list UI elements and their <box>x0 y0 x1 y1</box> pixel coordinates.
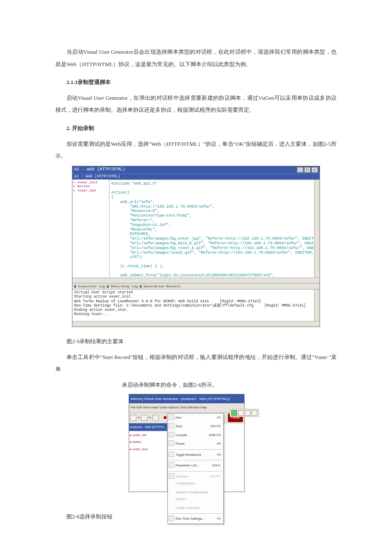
menu-separator <box>169 460 222 460</box>
menu-run[interactable]: RunF5 <box>168 414 223 422</box>
log-scrollbar-h[interactable] <box>72 321 320 327</box>
compile-icon <box>169 432 174 437</box>
tree-header: noname1 - Web (HTTP/H <box>129 423 167 431</box>
menu-parameter-list[interactable]: Parameter List...Ctrl+L <box>168 461 223 470</box>
paragraph-1: 当启动Visual User Generator后会出现选择脚本类型的对话框，在… <box>55 46 337 70</box>
tree-vuser-init[interactable]: vuser_init <box>130 432 166 439</box>
toolbar-icon[interactable] <box>238 410 244 416</box>
toolbar-icon[interactable] <box>141 415 147 421</box>
tree-item-vuser-end[interactable]: vuser_end <box>73 188 108 193</box>
code-editor[interactable]: #include "web_api.h" Action() { web_url(… <box>110 179 320 278</box>
config-icon <box>169 473 174 479</box>
paragraph-5: 来启动录制脚本的命令，如图2-6所示。 <box>122 379 337 391</box>
menu-pause[interactable]: PauseF6 <box>168 440 223 449</box>
toolbar-icon[interactable] <box>130 415 136 421</box>
menubar[interactable]: File Edit View Insert Vuser Actions Tool… <box>129 403 244 413</box>
stop-icon <box>169 423 174 428</box>
caption-2-5: 图2-5录制结果的主窗体 <box>55 336 337 348</box>
tree-vuser-end[interactable]: vuser_end <box>130 446 166 453</box>
paragraph-4: 单击工具栏中"Start Record"按钮，根据录制的对话框，输入要测试程序的… <box>55 351 337 376</box>
vugen-titlebar: Mercury Virtual User Generator - [noname… <box>129 394 244 404</box>
record-icon[interactable] <box>164 416 167 419</box>
window-titlebar: A1 - Web (HTTP/HTML) _ □ × <box>72 166 320 174</box>
window-buttons: _ □ × <box>297 167 318 173</box>
menu-separator <box>169 513 222 514</box>
menu-breakpoint[interactable]: Toggle BreakpointF9 <box>168 451 223 460</box>
log-tabs[interactable]: ▣ Execution Log ▣ Recording Log ▣ Genera… <box>72 283 320 289</box>
menu-stop[interactable]: StopCtrl+F5 <box>168 422 223 431</box>
code-content: #include "web_api.h" Action() { web_url(… <box>111 182 320 278</box>
menu-scenario-wizard: Scenario Configuration Wizard... <box>168 488 223 504</box>
maximize-button[interactable]: □ <box>304 167 311 173</box>
menu-separator <box>169 471 222 472</box>
menu-scenario-config: Scenario Configuration...Ctrl+F7 <box>168 472 223 488</box>
tree-item-vuser-init[interactable]: vuser_init <box>73 180 108 185</box>
list-icon <box>169 462 174 468</box>
log-scrollbar[interactable] <box>314 289 320 321</box>
log-content: Virtual User Script started Starting act… <box>74 290 306 316</box>
vuser-menu: RunF5 StopCtrl+F5 CompileShift+F5 PauseF… <box>167 413 224 524</box>
menu-runtime-settings[interactable]: Run-Time Settings...F4 <box>168 515 223 524</box>
settings-icon <box>169 515 174 521</box>
tree-item-action[interactable]: Action <box>73 184 108 188</box>
save-icon[interactable] <box>153 415 159 421</box>
heading-start-record: 2. 开始录制 <box>55 122 337 135</box>
menu-separator <box>169 449 222 450</box>
run-icon <box>169 414 174 420</box>
vugen-tree[interactable]: noname1 - Web (HTTP/H vuser_init Action … <box>129 423 167 492</box>
menu-compile[interactable]: CompileShift+F5 <box>168 431 223 440</box>
scrollbar-horizontal[interactable] <box>72 278 320 283</box>
script-tree[interactable]: vuser_init Action vuser_end <box>72 179 110 278</box>
figure-2-5: A1 - Web (HTTP/HTML) _ □ × a1 : Web (HTT… <box>72 166 320 327</box>
window-title: A1 - Web (HTTP/HTML) <box>74 167 125 172</box>
toolbar-right <box>230 409 259 417</box>
document-page: 当启动Visual User Generator后会出现选择脚本类型的对话框，在… <box>0 0 392 544</box>
close-button[interactable]: × <box>311 167 318 173</box>
paragraph-3: 假设需要测试的是Web应用，选择"Web（HTTP/HTML）"协议，单击"OK… <box>55 138 337 162</box>
breakpoint-icon <box>169 451 174 457</box>
tree-action[interactable]: Action <box>130 439 166 446</box>
pause-icon <box>169 440 174 446</box>
heading-record-script: 2.1.1录制普通脚本 <box>55 76 337 89</box>
paragraph-2: 启动Visual User Generator，在弹出的对话框中选择需要新建的协… <box>55 92 337 116</box>
scrollbar-vertical[interactable] <box>314 180 320 278</box>
minimize-button[interactable]: _ <box>297 167 303 173</box>
vugen-title: Mercury Virtual User Generator - [noname… <box>131 395 230 403</box>
toolbar-icon[interactable] <box>245 410 251 416</box>
play-icon[interactable] <box>231 410 237 416</box>
window-subtitle: a1 : Web (HTTP/HTML) <box>72 174 320 179</box>
menu-create-controller: Create Controller... <box>168 504 223 513</box>
toolbar-icon[interactable] <box>252 410 257 416</box>
execution-log[interactable]: Virtual User Script started Starting act… <box>72 289 320 321</box>
figure-2-6: Mercury Virtual User Generator - [noname… <box>129 394 245 492</box>
